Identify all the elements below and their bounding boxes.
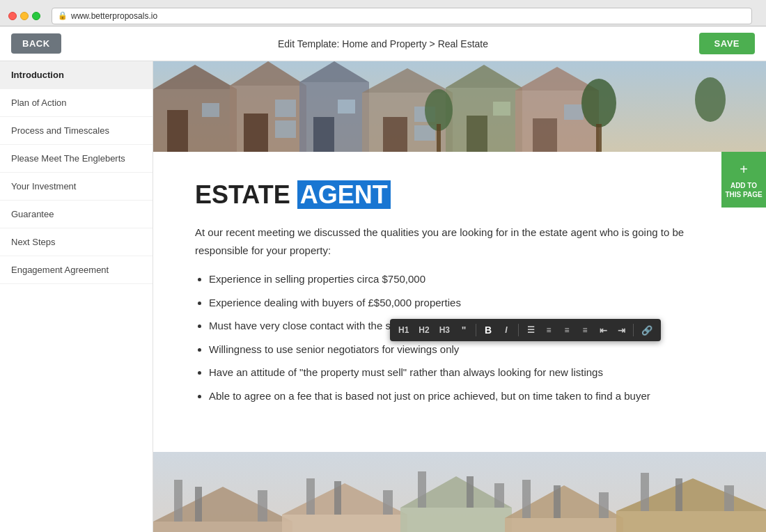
- svg-rect-59: [675, 478, 682, 511]
- sidebar-item-process-and-timescales[interactable]: Process and Timescales: [0, 117, 153, 145]
- svg-rect-47: [418, 471, 426, 508]
- svg-rect-38: [282, 515, 407, 532]
- svg-rect-9: [275, 120, 296, 138]
- page-title-part1: ESTATE: [195, 180, 297, 209]
- sidebar-item-plan-of-action[interactable]: Plan of Action: [0, 89, 153, 117]
- hero-image: [153, 61, 766, 152]
- toolbar-divider-3: [633, 324, 634, 336]
- svg-rect-41: [334, 481, 341, 515]
- toolbar-divider-2: [518, 324, 519, 336]
- svg-rect-37: [258, 490, 267, 522]
- format-toolbar[interactable]: H1 H2 H3 " B I ☰ ≡ ≡ ≡ ⇤ ⇥ 🔗: [390, 319, 661, 341]
- svg-rect-45: [400, 508, 512, 532]
- svg-rect-25: [533, 118, 557, 152]
- add-to-page-label: ADD TOTHIS PAGE: [725, 181, 762, 199]
- list-item: Willingness to use senior negotiators fo…: [209, 341, 724, 359]
- svg-rect-36: [195, 487, 202, 522]
- toolbar-quote-button[interactable]: ": [455, 322, 472, 338]
- svg-rect-53: [554, 485, 561, 518]
- toolbar-h2-button[interactable]: H2: [414, 322, 433, 338]
- browser-dots: [8, 12, 40, 20]
- toolbar-indent-left-button[interactable]: ⇤: [595, 322, 611, 338]
- dot-yellow[interactable]: [20, 12, 29, 20]
- list-item: Able to agree on a fee that is based not…: [209, 387, 724, 405]
- breadcrumb: Home and Property > Real Estate: [342, 38, 488, 49]
- sidebar-item-introduction[interactable]: Introduction: [0, 61, 153, 89]
- svg-rect-58: [641, 473, 649, 511]
- svg-rect-13: [338, 100, 355, 114]
- body-intro: At our recent meeting we discussed the q…: [195, 224, 724, 259]
- page-body: At our recent meeting we discussed the q…: [195, 224, 724, 405]
- toolbar-indent-right-button[interactable]: ⇥: [613, 322, 630, 338]
- list-item: Experience dealing with buyers of £$50,0…: [209, 294, 724, 312]
- svg-rect-33: [153, 522, 292, 532]
- page-title: ESTATE AGENT: [195, 180, 724, 210]
- browser-chrome: 🔒 www.betterproposals.io: [0, 0, 766, 26]
- svg-rect-42: [383, 490, 393, 515]
- toolbar-bold-button[interactable]: B: [480, 322, 497, 338]
- svg-rect-3: [167, 110, 188, 152]
- dot-red[interactable]: [8, 12, 17, 20]
- sidebar-item-engagement-agreement[interactable]: Engagement Agreement: [0, 256, 153, 284]
- toolbar-link-button[interactable]: 🔗: [637, 322, 657, 338]
- edit-template-label: Edit Template: Home and Property > Real …: [278, 38, 488, 49]
- svg-rect-21: [467, 116, 487, 152]
- sidebar-item-next-steps[interactable]: Next Steps: [0, 228, 153, 256]
- address-bar[interactable]: 🔒 www.betterproposals.io: [52, 8, 752, 24]
- lock-icon: 🔒: [58, 11, 68, 20]
- back-button[interactable]: BACK: [11, 33, 61, 54]
- toolbar-divider-1: [476, 324, 476, 336]
- list-item: Experience in selling properties circa $…: [209, 270, 724, 288]
- toolbar-align-center-button[interactable]: ≡: [558, 322, 575, 338]
- dot-green[interactable]: [32, 12, 40, 20]
- bottom-image-svg: [153, 452, 766, 532]
- svg-point-29: [581, 79, 616, 127]
- toolbar-h3-button[interactable]: H3: [435, 322, 454, 338]
- svg-point-31: [695, 77, 726, 122]
- add-plus-icon: +: [740, 160, 748, 178]
- svg-rect-56: [616, 511, 766, 532]
- svg-rect-35: [174, 480, 182, 522]
- edit-template-prefix: Edit Template:: [278, 38, 339, 49]
- svg-rect-30: [596, 124, 602, 152]
- svg-rect-4: [202, 103, 219, 117]
- save-button[interactable]: SAVE: [699, 33, 755, 54]
- top-bar: BACK Edit Template: Home and Property > …: [0, 26, 766, 61]
- svg-rect-40: [306, 478, 315, 515]
- sidebar: Introduction Plan of Action Process and …: [0, 61, 153, 532]
- svg-rect-49: [494, 483, 504, 508]
- svg-rect-54: [599, 492, 609, 518]
- svg-rect-8: [275, 100, 296, 117]
- page-title-part2-highlight: AGENT: [297, 180, 391, 209]
- svg-rect-26: [564, 104, 584, 120]
- svg-rect-52: [522, 480, 531, 518]
- toolbar-h1-button[interactable]: H1: [394, 322, 413, 338]
- bottom-image: [153, 452, 766, 532]
- sidebar-item-your-investment[interactable]: Your Investment: [0, 173, 153, 201]
- svg-rect-1: [153, 89, 237, 152]
- svg-rect-22: [493, 102, 510, 116]
- svg-rect-16: [383, 117, 407, 152]
- toolbar-align-left-button[interactable]: ≡: [540, 322, 557, 338]
- page-content: H1 H2 H3 " B I ☰ ≡ ≡ ≡ ⇤ ⇥ 🔗 + ADD TOT: [153, 152, 766, 452]
- toolbar-list-button[interactable]: ☰: [522, 322, 539, 338]
- svg-rect-48: [467, 476, 474, 508]
- svg-rect-7: [244, 114, 268, 152]
- toolbar-italic-button[interactable]: I: [498, 322, 515, 338]
- hero-image-svg: [153, 61, 766, 152]
- content-area[interactable]: H1 H2 H3 " B I ☰ ≡ ≡ ≡ ⇤ ⇥ 🔗 + ADD TOT: [153, 61, 766, 532]
- add-to-page-button[interactable]: + ADD TOTHIS PAGE: [721, 152, 766, 208]
- main-layout: Introduction Plan of Action Process and …: [0, 61, 766, 532]
- url-text: www.betterproposals.io: [71, 11, 157, 21]
- svg-rect-50: [505, 518, 623, 532]
- sidebar-item-please-meet[interactable]: Please Meet The Engleberts: [0, 145, 153, 173]
- svg-rect-28: [437, 124, 441, 152]
- sidebar-item-guarantee[interactable]: Guarantee: [0, 201, 153, 228]
- toolbar-align-right-button[interactable]: ≡: [577, 322, 593, 338]
- list-item: Have an attitude of "the property must s…: [209, 363, 724, 382]
- svg-rect-12: [313, 117, 334, 152]
- svg-rect-60: [724, 485, 734, 511]
